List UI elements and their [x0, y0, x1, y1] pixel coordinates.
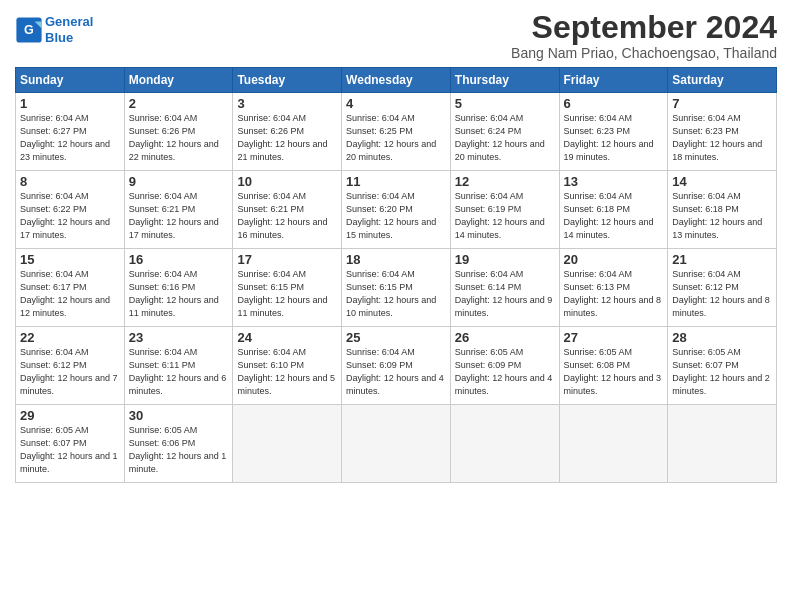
calendar-week-4: 22Sunrise: 6:04 AMSunset: 6:12 PMDayligh… [16, 327, 777, 405]
day-info: Sunrise: 6:04 AMSunset: 6:22 PMDaylight:… [20, 190, 120, 242]
calendar-cell [342, 405, 451, 483]
day-number: 23 [129, 330, 229, 345]
month-title: September 2024 [511, 10, 777, 45]
calendar-cell: 19Sunrise: 6:04 AMSunset: 6:14 PMDayligh… [450, 249, 559, 327]
calendar-cell: 8Sunrise: 6:04 AMSunset: 6:22 PMDaylight… [16, 171, 125, 249]
day-number: 19 [455, 252, 555, 267]
day-number: 22 [20, 330, 120, 345]
day-info: Sunrise: 6:05 AMSunset: 6:08 PMDaylight:… [564, 346, 664, 398]
calendar-cell: 10Sunrise: 6:04 AMSunset: 6:21 PMDayligh… [233, 171, 342, 249]
day-number: 3 [237, 96, 337, 111]
day-number: 20 [564, 252, 664, 267]
column-header-thursday: Thursday [450, 68, 559, 93]
logo: G General Blue [15, 14, 93, 45]
calendar-table: SundayMondayTuesdayWednesdayThursdayFrid… [15, 67, 777, 483]
day-info: Sunrise: 6:04 AMSunset: 6:12 PMDaylight:… [672, 268, 772, 320]
day-number: 26 [455, 330, 555, 345]
day-info: Sunrise: 6:04 AMSunset: 6:19 PMDaylight:… [455, 190, 555, 242]
calendar-cell: 15Sunrise: 6:04 AMSunset: 6:17 PMDayligh… [16, 249, 125, 327]
day-number: 16 [129, 252, 229, 267]
day-number: 14 [672, 174, 772, 189]
day-info: Sunrise: 6:04 AMSunset: 6:20 PMDaylight:… [346, 190, 446, 242]
day-info: Sunrise: 6:04 AMSunset: 6:24 PMDaylight:… [455, 112, 555, 164]
day-info: Sunrise: 6:04 AMSunset: 6:09 PMDaylight:… [346, 346, 446, 398]
day-number: 13 [564, 174, 664, 189]
calendar-cell: 14Sunrise: 6:04 AMSunset: 6:18 PMDayligh… [668, 171, 777, 249]
calendar-week-3: 15Sunrise: 6:04 AMSunset: 6:17 PMDayligh… [16, 249, 777, 327]
column-header-friday: Friday [559, 68, 668, 93]
day-info: Sunrise: 6:04 AMSunset: 6:21 PMDaylight:… [237, 190, 337, 242]
calendar-cell [233, 405, 342, 483]
calendar-cell: 27Sunrise: 6:05 AMSunset: 6:08 PMDayligh… [559, 327, 668, 405]
day-info: Sunrise: 6:04 AMSunset: 6:11 PMDaylight:… [129, 346, 229, 398]
calendar-cell: 17Sunrise: 6:04 AMSunset: 6:15 PMDayligh… [233, 249, 342, 327]
day-info: Sunrise: 6:04 AMSunset: 6:14 PMDaylight:… [455, 268, 555, 320]
day-info: Sunrise: 6:05 AMSunset: 6:06 PMDaylight:… [129, 424, 229, 476]
day-number: 6 [564, 96, 664, 111]
calendar-cell: 23Sunrise: 6:04 AMSunset: 6:11 PMDayligh… [124, 327, 233, 405]
day-number: 10 [237, 174, 337, 189]
calendar-cell: 6Sunrise: 6:04 AMSunset: 6:23 PMDaylight… [559, 93, 668, 171]
calendar-cell [668, 405, 777, 483]
calendar-cell [559, 405, 668, 483]
column-header-tuesday: Tuesday [233, 68, 342, 93]
calendar-cell: 5Sunrise: 6:04 AMSunset: 6:24 PMDaylight… [450, 93, 559, 171]
day-info: Sunrise: 6:04 AMSunset: 6:27 PMDaylight:… [20, 112, 120, 164]
header: G General Blue September 2024 Bang Nam P… [15, 10, 777, 61]
calendar-cell: 1Sunrise: 6:04 AMSunset: 6:27 PMDaylight… [16, 93, 125, 171]
day-number: 9 [129, 174, 229, 189]
day-info: Sunrise: 6:04 AMSunset: 6:15 PMDaylight:… [237, 268, 337, 320]
day-number: 25 [346, 330, 446, 345]
day-number: 12 [455, 174, 555, 189]
day-number: 4 [346, 96, 446, 111]
day-info: Sunrise: 6:04 AMSunset: 6:17 PMDaylight:… [20, 268, 120, 320]
day-info: Sunrise: 6:04 AMSunset: 6:18 PMDaylight:… [672, 190, 772, 242]
day-info: Sunrise: 6:04 AMSunset: 6:16 PMDaylight:… [129, 268, 229, 320]
column-header-wednesday: Wednesday [342, 68, 451, 93]
page-container: G General Blue September 2024 Bang Nam P… [0, 0, 792, 493]
day-info: Sunrise: 6:04 AMSunset: 6:15 PMDaylight:… [346, 268, 446, 320]
calendar-cell: 7Sunrise: 6:04 AMSunset: 6:23 PMDaylight… [668, 93, 777, 171]
column-header-sunday: Sunday [16, 68, 125, 93]
day-number: 30 [129, 408, 229, 423]
calendar-cell: 18Sunrise: 6:04 AMSunset: 6:15 PMDayligh… [342, 249, 451, 327]
day-number: 11 [346, 174, 446, 189]
calendar-cell: 2Sunrise: 6:04 AMSunset: 6:26 PMDaylight… [124, 93, 233, 171]
calendar-cell: 25Sunrise: 6:04 AMSunset: 6:09 PMDayligh… [342, 327, 451, 405]
day-number: 8 [20, 174, 120, 189]
day-number: 15 [20, 252, 120, 267]
calendar-cell: 13Sunrise: 6:04 AMSunset: 6:18 PMDayligh… [559, 171, 668, 249]
day-number: 1 [20, 96, 120, 111]
day-info: Sunrise: 6:04 AMSunset: 6:26 PMDaylight:… [129, 112, 229, 164]
day-number: 18 [346, 252, 446, 267]
day-number: 5 [455, 96, 555, 111]
location: Bang Nam Priao, Chachoengsao, Thailand [511, 45, 777, 61]
day-info: Sunrise: 6:04 AMSunset: 6:18 PMDaylight:… [564, 190, 664, 242]
day-info: Sunrise: 6:05 AMSunset: 6:09 PMDaylight:… [455, 346, 555, 398]
calendar-cell: 29Sunrise: 6:05 AMSunset: 6:07 PMDayligh… [16, 405, 125, 483]
day-info: Sunrise: 6:04 AMSunset: 6:13 PMDaylight:… [564, 268, 664, 320]
calendar-cell: 16Sunrise: 6:04 AMSunset: 6:16 PMDayligh… [124, 249, 233, 327]
calendar-week-5: 29Sunrise: 6:05 AMSunset: 6:07 PMDayligh… [16, 405, 777, 483]
day-info: Sunrise: 6:04 AMSunset: 6:23 PMDaylight:… [672, 112, 772, 164]
day-number: 27 [564, 330, 664, 345]
calendar-week-2: 8Sunrise: 6:04 AMSunset: 6:22 PMDaylight… [16, 171, 777, 249]
svg-text:G: G [24, 23, 34, 37]
column-header-monday: Monday [124, 68, 233, 93]
day-info: Sunrise: 6:04 AMSunset: 6:23 PMDaylight:… [564, 112, 664, 164]
calendar-cell: 9Sunrise: 6:04 AMSunset: 6:21 PMDaylight… [124, 171, 233, 249]
day-number: 17 [237, 252, 337, 267]
day-info: Sunrise: 6:04 AMSunset: 6:21 PMDaylight:… [129, 190, 229, 242]
calendar-cell: 4Sunrise: 6:04 AMSunset: 6:25 PMDaylight… [342, 93, 451, 171]
calendar-week-1: 1Sunrise: 6:04 AMSunset: 6:27 PMDaylight… [16, 93, 777, 171]
day-number: 7 [672, 96, 772, 111]
calendar-cell: 30Sunrise: 6:05 AMSunset: 6:06 PMDayligh… [124, 405, 233, 483]
day-number: 21 [672, 252, 772, 267]
calendar-cell [450, 405, 559, 483]
logo-icon: G [15, 16, 43, 44]
logo-text: General Blue [45, 14, 93, 45]
day-number: 29 [20, 408, 120, 423]
day-info: Sunrise: 6:04 AMSunset: 6:10 PMDaylight:… [237, 346, 337, 398]
calendar-cell: 26Sunrise: 6:05 AMSunset: 6:09 PMDayligh… [450, 327, 559, 405]
day-number: 2 [129, 96, 229, 111]
